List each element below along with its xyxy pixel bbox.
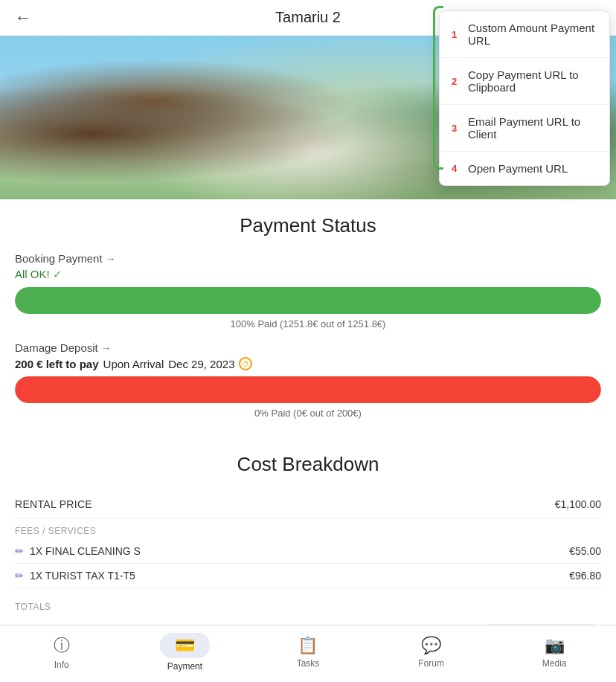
forum-icon: 💬 (421, 636, 441, 655)
deposit-date: Dec 29, 2023 (168, 358, 234, 370)
deposit-progress-caption: 0% Paid (0€ out of 200€) (15, 408, 601, 419)
fee-item-2-label: 1X TURIST TAX T1-T5 (30, 570, 135, 582)
fees-category-header: FEES / SERVICES (15, 518, 601, 539)
booking-progress-bar (15, 287, 601, 314)
booking-payment-arrow: → (106, 253, 116, 265)
dropdown-item-3[interactable]: 3 Email Payment URL to Client (440, 105, 609, 152)
payment-status-section: Payment Status Booking Payment → All OK!… (0, 199, 616, 438)
nav-label-forum: Forum (418, 658, 444, 669)
nav-label-media: Media (542, 658, 567, 669)
green-bracket-decoration (433, 6, 443, 170)
dropdown-label-2: Copy Payment URL to Clipboard (468, 68, 597, 94)
dropdown-num-3: 3 (452, 123, 462, 134)
deposit-amount: 200 € left to pay (15, 358, 99, 370)
fee-item-2: ✏ 1X TURIST TAX T1-T5 €96.80 (15, 564, 601, 588)
nav-item-media[interactable]: 📷 Media (493, 636, 616, 669)
totals-header: TOTALS (15, 596, 601, 615)
damage-deposit-label: Damage Deposit → (15, 341, 601, 354)
nav-item-forum[interactable]: 💬 Forum (370, 636, 493, 669)
deposit-info: 200 € left to pay Upon Arrival Dec 29, 2… (15, 357, 601, 370)
fee-item-1: ✏ 1X FINAL CLEANING S €55.00 (15, 539, 601, 564)
info-icon: ⓘ (54, 634, 70, 657)
rental-price-label: RENTAL PRICE (15, 498, 92, 510)
check-icon: ✓ (53, 268, 62, 280)
nav-item-tasks[interactable]: 📋 Tasks (246, 636, 370, 669)
cost-breakdown-title: Cost Breakdown (15, 453, 601, 476)
dropdown-num-2: 2 (452, 76, 462, 87)
nav-label-tasks: Tasks (297, 658, 320, 669)
nav-label-payment: Payment (167, 661, 202, 672)
dropdown-num-4: 4 (452, 163, 462, 174)
fee-item-1-value: €55.00 (569, 545, 601, 557)
dropdown-menu: 1 Custom Amount Payment URL 2 Copy Payme… (439, 10, 610, 186)
dropdown-label-4: Open Payment URL (468, 162, 568, 175)
tasks-icon: 📋 (298, 636, 318, 655)
deposit-progress-fill (15, 376, 601, 403)
nav-item-info[interactable]: ⓘ Info (0, 634, 123, 670)
fee-item-2-value: €96.80 (569, 570, 601, 582)
dropdown-num-1: 1 (452, 29, 462, 40)
clock-icon: ⏱ (239, 357, 252, 370)
damage-deposit-arrow: → (101, 342, 112, 354)
booking-payment-status: All OK! ✓ (15, 268, 601, 281)
damage-deposit-row: Damage Deposit → 200 € left to pay Upon … (15, 341, 601, 419)
page-title: Tamariu 2 (275, 9, 341, 26)
media-icon: 📷 (545, 636, 565, 655)
fee-item-2-left: ✏ 1X TURIST TAX T1-T5 (15, 570, 135, 582)
payment-icon: 💳 (175, 636, 195, 654)
dropdown-item-4[interactable]: 4 Open Payment URL (440, 152, 609, 185)
fee-item-1-left: ✏ 1X FINAL CLEANING S (15, 545, 141, 557)
payment-status-title: Payment Status (15, 214, 601, 237)
booking-payment-row: Booking Payment → All OK! ✓ 100% Paid (1… (15, 252, 601, 329)
edit-icon-2[interactable]: ✏ (15, 570, 24, 582)
bottom-nav: ⓘ Info 💳 Payment 📋 Tasks 💬 Forum 📷 Media (0, 625, 616, 682)
fee-item-1-label: 1X FINAL CLEANING S (30, 545, 141, 557)
back-button[interactable]: ← (15, 8, 31, 28)
rental-price-value: €1,100.00 (555, 498, 601, 510)
nav-label-info: Info (54, 660, 69, 670)
deposit-progress-bar (15, 376, 601, 403)
dropdown-label-1: Custom Amount Payment URL (468, 22, 597, 47)
booking-progress-caption: 100% Paid (1251.8€ out of 1251.8€) (15, 318, 601, 329)
rental-price-row: RENTAL PRICE €1,100.00 (15, 491, 601, 518)
nav-active-bg: 💳 (160, 633, 210, 658)
dropdown-item-1[interactable]: 1 Custom Amount Payment URL (440, 11, 609, 58)
booking-progress-fill (15, 287, 601, 314)
deposit-timing: Upon Arrival (103, 358, 164, 370)
booking-payment-label: Booking Payment → (15, 252, 601, 265)
dropdown-item-2[interactable]: 2 Copy Payment URL to Clipboard (440, 58, 609, 105)
nav-item-payment[interactable]: 💳 Payment (123, 633, 247, 672)
edit-icon-1[interactable]: ✏ (15, 545, 24, 557)
dropdown-label-3: Email Payment URL to Client (468, 115, 597, 141)
